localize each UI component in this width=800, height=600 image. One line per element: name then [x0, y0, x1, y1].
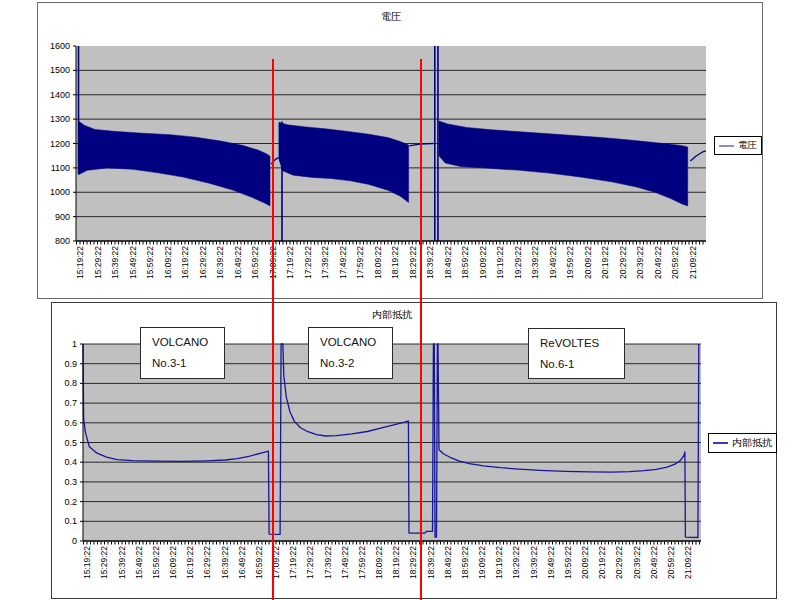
svg-text:20:29:22: 20:29:22	[614, 546, 624, 579]
svg-text:19:19:22: 19:19:22	[494, 546, 504, 579]
svg-text:1100: 1100	[51, 163, 70, 173]
annotation-revoltes-6-1: ReVOLTES No.6-1	[528, 328, 625, 379]
svg-text:17:19:22: 17:19:22	[288, 546, 298, 579]
svg-text:16:29:22: 16:29:22	[198, 246, 208, 279]
voltage-chart-title: 電圧	[38, 10, 744, 24]
svg-text:20:29:22: 20:29:22	[618, 246, 628, 279]
svg-text:19:09:22: 19:09:22	[477, 546, 487, 579]
annotation-line: No.6-1	[540, 354, 618, 375]
svg-text:17:39:22: 17:39:22	[320, 246, 330, 279]
svg-text:18:19:22: 18:19:22	[390, 246, 400, 279]
svg-text:17:59:22: 17:59:22	[355, 246, 365, 279]
svg-text:18:29:22: 18:29:22	[408, 546, 418, 579]
annotation-volcano-3-2: VOLCANO No.3-2	[308, 327, 393, 379]
svg-text:18:39:22: 18:39:22	[426, 546, 436, 579]
svg-text:19:39:22: 19:39:22	[530, 246, 540, 279]
svg-text:17:39:22: 17:39:22	[323, 546, 333, 579]
svg-text:20:19:22: 20:19:22	[600, 246, 610, 279]
svg-text:20:49:22: 20:49:22	[649, 546, 659, 579]
annotation-line: No.3-1	[152, 353, 218, 374]
voltage-legend: 電圧	[714, 136, 762, 155]
svg-text:0.5: 0.5	[64, 438, 77, 448]
svg-text:0.6: 0.6	[64, 418, 77, 428]
svg-text:16:59:22: 16:59:22	[250, 246, 260, 279]
svg-text:16:49:22: 16:49:22	[233, 246, 243, 279]
svg-text:20:59:22: 20:59:22	[666, 546, 676, 579]
svg-text:0.7: 0.7	[64, 398, 77, 408]
svg-text:0.9: 0.9	[64, 359, 77, 369]
voltage-chart: 160015001400130012001100100090080015:19:…	[37, 2, 763, 299]
svg-text:800: 800	[55, 236, 70, 246]
svg-text:17:29:22: 17:29:22	[303, 246, 313, 279]
svg-text:21:09:22: 21:09:22	[683, 546, 693, 579]
svg-text:900: 900	[55, 212, 70, 222]
resistance-chart-title: 内部抵抗	[52, 308, 732, 322]
svg-text:20:39:22: 20:39:22	[635, 246, 645, 279]
svg-text:19:39:22: 19:39:22	[529, 546, 539, 579]
svg-text:15:19:22: 15:19:22	[82, 546, 92, 579]
resistance-legend-line-icon	[713, 442, 728, 444]
svg-text:18:39:22: 18:39:22	[425, 246, 435, 279]
svg-text:16:09:22: 16:09:22	[163, 246, 173, 279]
svg-text:15:39:22: 15:39:22	[110, 246, 120, 279]
voltage-legend-line-icon	[719, 145, 734, 147]
svg-text:21:09:22: 21:09:22	[688, 246, 698, 279]
svg-text:1200: 1200	[50, 139, 70, 149]
svg-text:19:59:22: 19:59:22	[563, 546, 573, 579]
annotation-line: VOLCANO	[320, 332, 386, 353]
voltage-plot-svg: 160015001400130012001100100090080015:19:…	[38, 3, 762, 298]
svg-text:1300: 1300	[50, 114, 70, 124]
resistance-legend: 内部抵抗	[708, 433, 777, 453]
svg-text:17:59:22: 17:59:22	[357, 546, 367, 579]
svg-text:15:49:22: 15:49:22	[134, 546, 144, 579]
svg-text:0.8: 0.8	[64, 378, 77, 388]
svg-text:16:49:22: 16:49:22	[237, 546, 247, 579]
svg-text:20:39:22: 20:39:22	[632, 546, 642, 579]
svg-text:15:19:22: 15:19:22	[75, 246, 85, 279]
svg-text:16:39:22: 16:39:22	[215, 246, 225, 279]
svg-text:16:59:22: 16:59:22	[254, 546, 264, 579]
red-marker-line-2	[420, 59, 422, 600]
svg-text:15:59:22: 15:59:22	[151, 546, 161, 579]
svg-text:1400: 1400	[50, 90, 70, 100]
svg-text:15:29:22: 15:29:22	[93, 246, 103, 279]
svg-text:19:19:22: 19:19:22	[495, 246, 505, 279]
svg-text:15:29:22: 15:29:22	[99, 546, 109, 579]
annotation-volcano-3-1: VOLCANO No.3-1	[140, 327, 225, 379]
svg-text:15:49:22: 15:49:22	[128, 246, 138, 279]
svg-text:20:59:22: 20:59:22	[670, 246, 680, 279]
annotation-line: No.3-2	[320, 353, 386, 374]
svg-text:18:19:22: 18:19:22	[391, 546, 401, 579]
svg-text:20:49:22: 20:49:22	[653, 246, 663, 279]
svg-text:16:19:22: 16:19:22	[180, 246, 190, 279]
svg-text:0.4: 0.4	[64, 457, 77, 467]
resistance-legend-label: 内部抵抗	[732, 436, 772, 450]
svg-text:16:39:22: 16:39:22	[220, 546, 230, 579]
svg-text:18:59:22: 18:59:22	[460, 246, 470, 279]
resistance-chart: 10.90.80.70.60.50.40.30.20.1015:19:2215:…	[51, 302, 777, 599]
svg-text:20:19:22: 20:19:22	[597, 546, 607, 579]
svg-text:19:29:22: 19:29:22	[511, 546, 521, 579]
svg-text:18:49:22: 18:49:22	[443, 546, 453, 579]
svg-text:0: 0	[72, 536, 77, 546]
svg-text:19:29:22: 19:29:22	[513, 246, 523, 279]
svg-text:17:29:22: 17:29:22	[305, 546, 315, 579]
svg-text:19:49:22: 19:49:22	[546, 546, 556, 579]
svg-text:1000: 1000	[50, 187, 70, 197]
svg-text:16:09:22: 16:09:22	[168, 546, 178, 579]
svg-text:18:59:22: 18:59:22	[460, 546, 470, 579]
annotation-line: ReVOLTES	[540, 333, 618, 354]
svg-text:17:49:22: 17:49:22	[340, 546, 350, 579]
annotation-line: VOLCANO	[152, 332, 218, 353]
svg-text:15:59:22: 15:59:22	[145, 246, 155, 279]
svg-text:1500: 1500	[50, 65, 70, 75]
svg-text:18:29:22: 18:29:22	[408, 246, 418, 279]
svg-text:16:29:22: 16:29:22	[202, 546, 212, 579]
svg-text:18:49:22: 18:49:22	[443, 246, 453, 279]
svg-text:16:19:22: 16:19:22	[185, 546, 195, 579]
svg-text:0.3: 0.3	[64, 477, 77, 487]
page-root: 160015001400130012001100100090080015:19:…	[0, 0, 800, 600]
svg-text:20:09:22: 20:09:22	[583, 246, 593, 279]
svg-text:18:09:22: 18:09:22	[374, 546, 384, 579]
svg-text:1: 1	[72, 339, 77, 349]
